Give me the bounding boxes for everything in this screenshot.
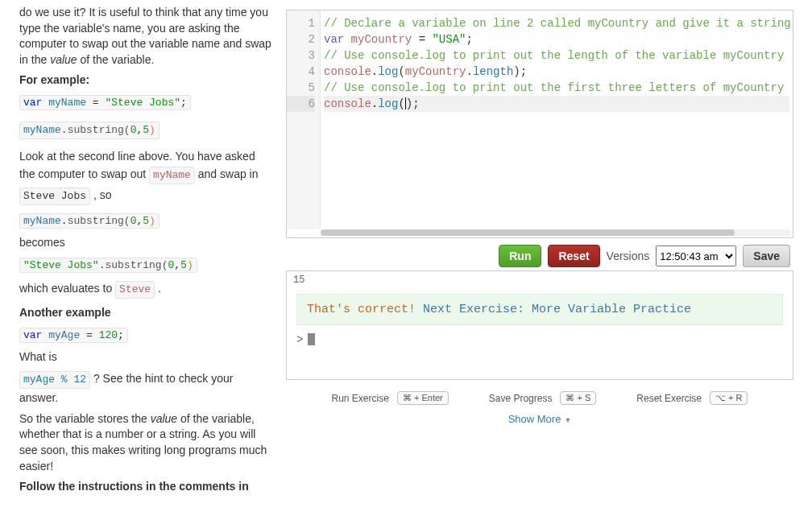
editor-code[interactable]: // Declare a variable on line 2 called m… [321,10,793,229]
reset-button[interactable]: Reset [548,245,599,267]
heading-for-example: For example: [19,73,89,86]
editor-controls: Run Reset Versions 12:50:43 am Save [286,245,793,267]
save-button[interactable]: Save [743,245,790,267]
code-line-1: var myName = "Steve Jobs"; [19,95,191,110]
para3: So the variable stores the value of the … [19,411,271,474]
editor-gutter: 1 2 3 4 5 6 [287,10,321,229]
shortcuts-bar: Run Exercise⌘ + Enter Save Progress⌘ + S… [286,391,793,405]
key-reset: ⌥ + R [710,391,748,405]
shortcut-save: Save Progress⌘ + S [489,391,597,405]
instruction-panel: do we use it? It is useful to think that… [0,0,286,520]
versions-label: Versions [607,250,650,262]
editor-hscroll[interactable] [321,229,791,236]
show-more-link[interactable]: Show More▼ [286,413,793,425]
success-banner: That's correct! Next Exercise: More Vari… [296,294,783,325]
run-button[interactable]: Run [499,245,541,267]
versions-select[interactable]: 12:50:43 am [656,246,736,266]
shortcut-run: Run Exercise⌘ + Enter [332,391,449,405]
console-prompt[interactable]: > [296,333,783,346]
code-line-2b: myName.substring(0,5) [19,213,160,229]
code-line-2: myName.substring(0,5) [19,122,160,139]
chip-steve: Steve [115,281,155,299]
chip-myname: myName [149,167,195,184]
hint-line: myAge % 12 ? See the hint to check your … [19,369,271,407]
console-panel[interactable]: 15 That's correct! Next Exercise: More V… [286,270,793,380]
becomes: becomes [19,235,271,251]
key-save: ⌘ + S [560,391,596,405]
code-line-4: var myAge = 120; [19,328,128,343]
chip-stevejobs: Steve Jobs [19,188,90,205]
next-exercise-link[interactable]: Next Exercise: More Variable Practice [423,303,691,316]
shortcut-reset: Reset Exercise⌥ + R [636,391,748,405]
instruction-intro: do we use it? It is useful to think that… [19,5,271,68]
console-cursor [308,333,315,345]
prompt-caret: > [296,333,303,346]
success-text: That's correct! [307,303,416,316]
chip-mod: myAge % 12 [19,371,90,389]
code-line-3: "Steve Jobs".substring(0,5) [19,258,197,273]
console-linecount: 15 [293,274,786,286]
follow: Follow the instructions in the comments … [19,480,249,493]
whatis: What is [19,349,271,365]
key-run: ⌘ + Enter [397,391,449,405]
chevron-down-icon: ▼ [564,416,571,424]
code-editor[interactable]: 1 2 3 4 5 6 // Declare a variable on lin… [286,10,793,238]
scroll-thumb[interactable] [321,229,735,236]
eval: which evaluates to Steve . [19,279,271,300]
instruction-para2: Look at the second line above. You have … [19,149,271,207]
heading-another: Another example [19,306,111,319]
